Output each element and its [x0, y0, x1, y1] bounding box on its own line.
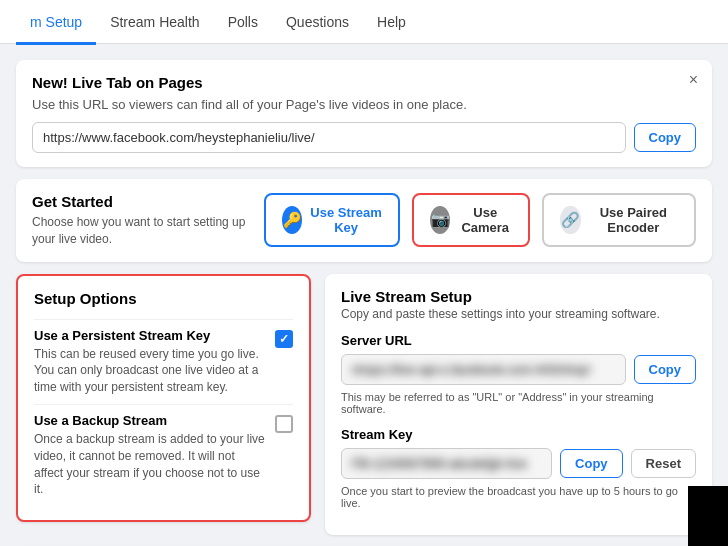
get-started-text: Get Started Choose how you want to start… — [32, 193, 252, 248]
banner-desc: Use this URL so viewers can find all of … — [32, 97, 696, 112]
backup-stream-title: Use a Backup Stream — [34, 413, 265, 428]
nav-item-setup[interactable]: m Setup — [16, 1, 96, 45]
get-started-title: Get Started — [32, 193, 252, 210]
nav-item-questions[interactable]: Questions — [272, 1, 363, 45]
copy-server-url-button[interactable]: Copy — [634, 355, 697, 384]
server-url-note: This may be referred to as "URL" or "Add… — [341, 391, 696, 415]
backup-stream-text: Use a Backup Stream Once a backup stream… — [34, 413, 265, 498]
camera-label: Use Camera — [458, 205, 512, 235]
nav-item-health[interactable]: Stream Health — [96, 1, 213, 45]
stream-key-label: Use Stream Key — [310, 205, 382, 235]
live-stream-title: Live Stream Setup — [341, 288, 696, 305]
page-url-input[interactable] — [32, 122, 626, 153]
server-url-row: rtmps://live-api-s.facebook.com:443/rtmp… — [341, 354, 696, 385]
paired-encoder-icon: 🔗 — [560, 206, 580, 234]
close-button[interactable]: × — [689, 72, 698, 88]
right-column: Live Stream Setup Copy and paste these s… — [325, 274, 712, 535]
nav-item-polls[interactable]: Polls — [214, 1, 272, 45]
two-col-layout: Setup Options Use a Persistent Stream Ke… — [16, 274, 712, 535]
persistent-stream-key-desc: This can be reused every time you go liv… — [34, 346, 265, 396]
persistent-stream-key-option: Use a Persistent Stream Key This can be … — [34, 319, 293, 404]
use-paired-encoder-button[interactable]: 🔗 Use Paired Encoder — [542, 193, 696, 247]
persistent-stream-key-title: Use a Persistent Stream Key — [34, 328, 265, 343]
left-column: Setup Options Use a Persistent Stream Ke… — [16, 274, 311, 535]
top-nav: m Setup Stream Health Polls Questions He… — [0, 0, 728, 44]
server-url-label: Server URL — [341, 333, 696, 348]
main-content: New! Live Tab on Pages Use this URL so v… — [0, 44, 728, 546]
paired-encoder-label: Use Paired Encoder — [589, 205, 678, 235]
copy-url-button[interactable]: Copy — [634, 123, 697, 152]
stream-key-icon: 🔑 — [282, 206, 302, 234]
persistent-stream-key-text: Use a Persistent Stream Key This can be … — [34, 328, 265, 396]
banner-card: New! Live Tab on Pages Use this URL so v… — [16, 60, 712, 167]
server-url-value: rtmps://live-api-s.facebook.com:443/rtmp… — [352, 362, 590, 377]
live-stream-desc: Copy and paste these settings into your … — [341, 307, 696, 321]
backup-stream-desc: Once a backup stream is added to your li… — [34, 431, 265, 498]
camera-icon: 📷 — [430, 206, 450, 234]
get-started-card: Get Started Choose how you want to start… — [16, 179, 712, 262]
stream-key-row: FB-1234567890-abcdefgh-live Copy Reset — [341, 448, 696, 479]
stream-key-label: Stream Key — [341, 427, 696, 442]
get-started-inner: Get Started Choose how you want to start… — [32, 193, 696, 248]
setup-options-card: Setup Options Use a Persistent Stream Ke… — [16, 274, 311, 523]
use-camera-button[interactable]: 📷 Use Camera — [412, 193, 530, 247]
stream-key-field[interactable]: FB-1234567890-abcdefgh-live — [341, 448, 552, 479]
server-url-field[interactable]: rtmps://live-api-s.facebook.com:443/rtmp… — [341, 354, 626, 385]
reset-stream-key-button[interactable]: Reset — [631, 449, 696, 478]
copy-stream-key-button[interactable]: Copy — [560, 449, 623, 478]
get-started-desc: Choose how you want to start setting up … — [32, 214, 252, 248]
nav-item-help[interactable]: Help — [363, 1, 420, 45]
persistent-stream-key-checkbox[interactable] — [275, 330, 293, 348]
live-stream-card: Live Stream Setup Copy and paste these s… — [325, 274, 712, 535]
backup-stream-option: Use a Backup Stream Once a backup stream… — [34, 404, 293, 506]
backup-stream-checkbox[interactable] — [275, 415, 293, 433]
banner-title: New! Live Tab on Pages — [32, 74, 696, 91]
setup-options-title: Setup Options — [34, 290, 293, 307]
use-stream-key-button[interactable]: 🔑 Use Stream Key — [264, 193, 400, 247]
stream-key-value: FB-1234567890-abcdefgh-live — [352, 456, 527, 471]
stream-key-note: Once you start to preview the broadcast … — [341, 485, 696, 509]
url-row: Copy — [32, 122, 696, 153]
black-box-artifact — [688, 486, 728, 546]
